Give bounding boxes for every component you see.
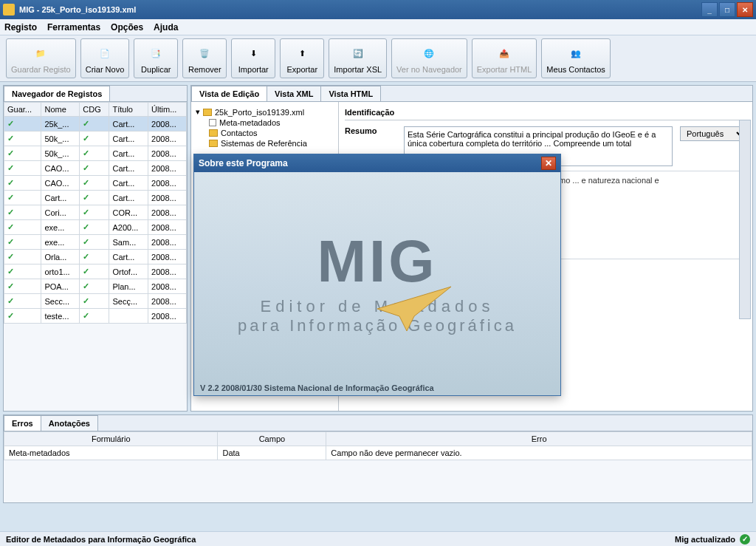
status-right: Mig actualizado	[675, 535, 735, 544]
tab-vista-html[interactable]: Vista HTML	[320, 86, 381, 101]
importar-button[interactable]: ⬇ Importar	[231, 38, 275, 78]
export-icon: ⬆	[292, 43, 312, 64]
people-icon: 👥	[566, 43, 586, 64]
folder-icon	[209, 129, 218, 137]
tree-item[interactable]: Sistemas de Referência	[196, 138, 334, 149]
leaf-icon	[209, 119, 216, 126]
table-row[interactable]: ✓CAO...✓Cart...2008...	[4, 161, 187, 176]
maximize-button[interactable]: □	[719, 2, 735, 17]
check-icon: ✓	[4, 279, 41, 294]
about-dialog: Sobre este Programa ✕ MIG Editor de Meta…	[193, 154, 561, 396]
statusbar: Editor de Metadados para Informação Geog…	[0, 531, 756, 546]
xsl-icon: 🔄	[348, 43, 368, 64]
import-icon: ⬇	[243, 43, 264, 64]
table-row[interactable]: ✓Secc...✓Secç...2008...	[4, 294, 187, 309]
check-icon: ✓	[80, 161, 109, 176]
check-icon: ✓	[4, 265, 41, 279]
ver-navegador-button[interactable]: 🌐 Ver no Navegador	[391, 38, 467, 78]
table-row[interactable]: ✓exe...✓Sam...2008...	[4, 235, 187, 250]
check-icon: ✓	[80, 176, 109, 191]
table-row[interactable]: ✓exe...✓A200...2008...	[4, 220, 187, 235]
check-icon: ✓	[4, 235, 41, 250]
check-icon: ✓	[4, 191, 41, 205]
check-icon: ✓	[4, 250, 41, 265]
tab-erros[interactable]: Erros	[4, 415, 41, 431]
check-icon: ✓	[80, 117, 109, 132]
check-icon: ✓	[80, 235, 109, 250]
folder-icon	[203, 109, 212, 116]
check-icon: ✓	[4, 309, 41, 324]
check-icon: ✓	[80, 132, 109, 146]
check-icon: ✓	[4, 294, 41, 309]
criar-novo-button[interactable]: 📄 Criar Novo	[80, 38, 130, 78]
tab-navegador-registos[interactable]: Navegador de Registos	[4, 86, 110, 101]
tab-anotacoes[interactable]: Anotações	[41, 415, 98, 431]
titlebar: MIG - 25k_Porto_iso19139.xml _ □ ✕	[0, 0, 756, 19]
table-row[interactable]: ✓50k_...✓Cart...2008...	[4, 146, 187, 161]
menu-ajuda[interactable]: Ajuda	[154, 22, 178, 33]
check-icon: ✓	[80, 265, 109, 279]
exportar-button[interactable]: ⬆ Exportar	[280, 38, 324, 78]
globe-icon: 🌐	[419, 43, 439, 64]
check-icon: ✓	[4, 205, 41, 220]
error-row[interactable]: Meta-metadados Data Campo não deve perma…	[4, 446, 752, 460]
exportar-html-button[interactable]: 📤 Exportar HTML	[472, 38, 537, 78]
menubar: Registo Ferramentas Opções Ajuda	[0, 19, 756, 35]
table-row[interactable]: ✓CAO...✓Cart...2008...	[4, 176, 187, 191]
check-icon: ✓	[80, 250, 109, 265]
table-row[interactable]: ✓50k_...✓Cart...2008...	[4, 132, 187, 146]
table-row[interactable]: ✓POA...✓Plan...2008...	[4, 279, 187, 294]
html-icon: 📤	[494, 43, 515, 64]
folder-open-icon: 📁	[30, 43, 51, 64]
check-icon: ✓	[4, 132, 41, 146]
scrollbar[interactable]	[739, 120, 751, 319]
tree-item[interactable]: Meta-metadados	[196, 117, 334, 128]
check-icon: ✓	[80, 146, 109, 161]
tab-vista-edicao[interactable]: Vista de Edição	[191, 86, 267, 101]
check-icon: ✓	[4, 161, 41, 176]
meus-contactos-button[interactable]: 👥 Meus Contactos	[541, 38, 610, 78]
menu-ferramentas[interactable]: Ferramentas	[47, 22, 100, 33]
table-row[interactable]: ✓Orla...✓Cart...2008...	[4, 250, 187, 265]
records-panel: Navegador de Registos Guar... Nome CDG T…	[3, 85, 188, 412]
files-icon: 📑	[145, 43, 166, 64]
about-titlebar[interactable]: Sobre este Programa ✕	[194, 154, 560, 172]
table-row[interactable]: ✓25k_...✓Cart...2008...	[4, 117, 187, 132]
resumo-label: Resumo	[345, 126, 396, 135]
table-row[interactable]: ✓Cori...✓COR...2008...	[4, 205, 187, 220]
window-title: MIG - 25k_Porto_iso19139.xml	[19, 5, 136, 14]
check-icon: ✓	[80, 294, 109, 309]
trash-icon: 🗑️	[194, 43, 215, 64]
importar-xsl-button[interactable]: 🔄 Importar XSL	[329, 38, 387, 78]
check-icon: ✓	[4, 176, 41, 191]
file-new-icon: 📄	[94, 43, 115, 64]
about-close-button[interactable]: ✕	[541, 157, 556, 170]
check-icon: ✓	[80, 205, 109, 220]
section-identificacao: Identificação	[345, 108, 746, 120]
table-row[interactable]: ✓Cart...✓Cart...2008...	[4, 191, 187, 205]
collapse-icon[interactable]: ▾	[196, 107, 200, 117]
check-icon: ✓	[4, 117, 41, 132]
table-row[interactable]: ✓orto1...✓Ortof...2008...	[4, 265, 187, 279]
tree-root[interactable]: ▾ 25k_Porto_iso19139.xml	[196, 106, 334, 117]
about-version: V 2.2 2008/01/30 Sistema Nacional de Inf…	[200, 383, 434, 392]
svg-marker-0	[377, 287, 451, 331]
minimize-button[interactable]: _	[701, 2, 718, 17]
errors-table: Formulário Campo Erro Meta-metadados Dat…	[4, 431, 752, 460]
tab-vista-xml[interactable]: Vista XML	[267, 86, 321, 101]
duplicar-button[interactable]: 📑 Duplicar	[134, 38, 178, 78]
guardar-button[interactable]: 📁 Guardar Registo	[6, 38, 76, 78]
remover-button[interactable]: 🗑️ Remover	[182, 38, 227, 78]
check-icon: ✓	[80, 191, 109, 205]
tree-item[interactable]: Contactos	[196, 128, 334, 138]
toolbar: 📁 Guardar Registo 📄 Criar Novo 📑 Duplica…	[0, 35, 756, 82]
language-select[interactable]: Português	[680, 126, 746, 141]
table-row[interactable]: ✓teste...✓2008...	[4, 309, 187, 324]
check-icon: ✓	[4, 220, 41, 235]
menu-registo[interactable]: Registo	[4, 22, 37, 33]
status-left: Editor de Metadados para Informação Geog…	[6, 535, 196, 544]
check-icon: ✓	[4, 146, 41, 161]
close-button[interactable]: ✕	[737, 2, 753, 17]
menu-opcoes[interactable]: Opções	[111, 22, 143, 33]
check-icon: ✓	[80, 279, 109, 294]
